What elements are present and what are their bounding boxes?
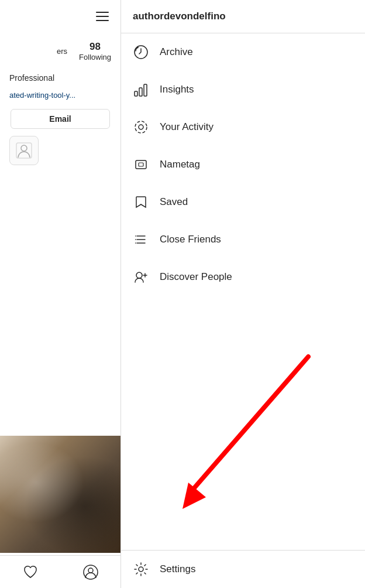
insights-label: Insights <box>160 84 194 95</box>
svg-point-3 <box>88 568 93 573</box>
svg-rect-11 <box>139 163 143 166</box>
svg-rect-7 <box>144 84 147 96</box>
menu-item-close-friends[interactable]: Close Friends <box>121 221 365 258</box>
hamburger-line-3 <box>96 20 109 21</box>
svg-point-8 <box>135 121 147 133</box>
profile-nav-icon[interactable] <box>82 564 99 580</box>
followers-partial: ers <box>57 41 67 61</box>
menu-item-your-activity[interactable]: Your Activity <box>121 108 365 146</box>
saved-label: Saved <box>160 196 188 208</box>
person-icon <box>16 142 32 159</box>
menu-item-discover-people[interactable]: Discover People <box>121 258 365 292</box>
left-panel: ers 98 Following Professional ated-writi… <box>0 0 121 588</box>
hamburger-line-1 <box>96 12 109 13</box>
svg-rect-6 <box>139 88 142 96</box>
profile-link[interactable]: ated-writing-tool-y... <box>0 88 120 102</box>
nametag-label: Nametag <box>160 159 200 170</box>
nametag-icon <box>133 156 149 173</box>
discover-icon <box>133 269 149 285</box>
main-container: ers 98 Following Professional ated-writi… <box>0 0 365 588</box>
svg-marker-22 <box>182 483 206 509</box>
menu-header: authordevondelfino <box>121 0 365 33</box>
heart-icon <box>23 565 38 580</box>
arrow-annotation <box>133 351 320 515</box>
right-panel: authordevondelfino Archive <box>121 0 365 588</box>
svg-line-21 <box>191 357 308 491</box>
settings-icon <box>133 561 149 577</box>
activity-icon <box>133 119 149 135</box>
close-friends-icon <box>133 231 149 248</box>
profile-circle-icon <box>82 564 99 580</box>
menu-item-archive[interactable]: Archive <box>121 33 365 71</box>
close-friends-label: Close Friends <box>160 234 221 245</box>
followers-partial-label: ers <box>57 47 67 56</box>
archive-icon <box>133 44 149 60</box>
menu-item-settings[interactable]: Settings <box>121 550 365 588</box>
hamburger-line-2 <box>96 16 109 17</box>
desk-photo <box>0 436 120 553</box>
arrow-area <box>121 292 365 550</box>
menu-item-saved[interactable]: Saved <box>121 183 365 221</box>
menu-item-insights[interactable]: Insights <box>121 71 365 108</box>
svg-rect-10 <box>136 160 146 169</box>
heart-nav-icon[interactable] <box>22 564 39 580</box>
discover-people-label: Discover People <box>160 271 232 283</box>
svg-point-23 <box>139 567 143 572</box>
photo-grid <box>0 436 120 553</box>
your-activity-label: Your Activity <box>160 121 214 133</box>
menu-item-nametag[interactable]: Nametag <box>121 146 365 183</box>
insights-icon <box>133 81 149 98</box>
archive-label: Archive <box>160 46 193 58</box>
menu-items-list: Archive Insights <box>121 33 365 292</box>
svg-marker-15 <box>135 235 136 237</box>
avatar-placeholder <box>9 136 39 165</box>
following-label: Following <box>79 53 111 61</box>
menu-username: authordevondelfino <box>133 11 226 22</box>
following-count: 98 <box>89 41 101 53</box>
following-stat: 98 Following <box>79 41 111 61</box>
svg-point-9 <box>139 125 143 129</box>
hamburger-button[interactable] <box>94 9 111 23</box>
svg-rect-5 <box>135 91 137 96</box>
svg-point-18 <box>136 272 142 278</box>
saved-icon <box>133 194 149 210</box>
svg-point-1 <box>21 145 27 151</box>
bottom-nav <box>0 555 121 588</box>
svg-marker-16 <box>135 239 136 240</box>
email-button[interactable]: Email <box>11 109 110 129</box>
settings-label: Settings <box>160 563 195 575</box>
profile-type: Professional <box>0 67 120 88</box>
svg-marker-17 <box>135 242 136 244</box>
